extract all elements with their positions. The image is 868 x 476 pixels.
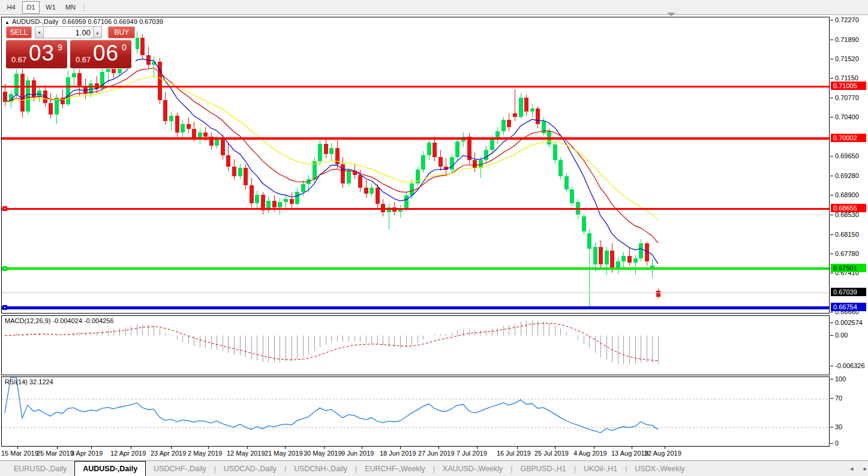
- sell-price-big-digits: 03: [29, 41, 55, 66]
- tab-scroll-right-icon[interactable]: ►: [863, 466, 868, 472]
- rsi-label: RSI(14) 32.1224: [5, 378, 53, 385]
- chart-tab-usdxweekly[interactable]: USDX-,Weekly: [627, 461, 692, 476]
- price-axis-label: 0.70770: [835, 94, 859, 102]
- date-axis-tick: [91, 447, 92, 449]
- chart-shift-marker-icon[interactable]: [667, 13, 675, 16]
- price-axis-tag: 0.71005: [831, 82, 866, 90]
- collapse-panel-icon[interactable]: ▲: [5, 20, 10, 25]
- price-axis-label: 0.70400: [835, 113, 859, 121]
- timeframe-toolbar: H4 D1 W1 MN: [0, 0, 868, 15]
- chart-tab-eurusddaily[interactable]: EURUSD-,Daily: [6, 461, 74, 476]
- chart-tab-usdcnhdaily[interactable]: USDCNH-,Daily: [286, 461, 355, 476]
- price-axis-tag: 0.68655: [831, 204, 866, 212]
- buy-price-box[interactable]: 0.67 06 0: [70, 40, 131, 68]
- price-axis-tick: [830, 78, 833, 79]
- chevron-down-icon: ▼: [37, 31, 41, 35]
- date-axis-tick: [594, 447, 594, 449]
- macd-indicator-pane: MACD(12,26,9) -0.004024 -0.004256: [1, 315, 830, 375]
- macd-axis-tick: [830, 323, 833, 323]
- date-axis-label: 21 May 2019: [265, 450, 303, 457]
- timeframe-button-h4[interactable]: H4: [2, 1, 20, 14]
- volume-decrease-button[interactable]: ▼: [35, 26, 44, 38]
- chart-tab-audusddaily[interactable]: AUDUSD-,Daily: [74, 461, 146, 476]
- price-axis-tick: [830, 195, 833, 195]
- chart-tab-gbpusdh1[interactable]: GBPUSD-,H1: [512, 461, 573, 476]
- date-axis-label: 22 Aug 2019: [644, 450, 681, 457]
- date-axis-tick: [131, 447, 131, 449]
- toolbar-separator: [84, 2, 85, 12]
- price-axis-label: 0.67780: [835, 250, 859, 258]
- rsi-indicator-pane: RSI(14) 32.1224: [1, 376, 830, 447]
- rsi-axis-label: 0: [835, 439, 839, 447]
- price-axis-label: 0.68900: [835, 191, 859, 199]
- date-axis-tick: [632, 447, 632, 449]
- date-axis-label: 12 Apr 2019: [110, 450, 146, 457]
- chart-ohlc-values: 0.66959 0.67106 0.66949 0.67039: [62, 18, 163, 25]
- price-axis-label: 0.68150: [835, 231, 859, 239]
- rsi-axis-tick: [830, 443, 833, 444]
- buy-price-big-digits: 06: [93, 41, 119, 66]
- macd-canvas[interactable]: [2, 316, 829, 375]
- buy-price-pipette: 0: [122, 43, 127, 52]
- chart-tab-usdcaddaily[interactable]: USDCAD-,Daily: [216, 461, 284, 476]
- chart-tab-ukoilh1[interactable]: UKOil-,H1: [576, 461, 625, 476]
- date-axis-label: 13 Aug 2019: [611, 450, 648, 457]
- date-axis-label: 12 May 2019: [227, 450, 265, 457]
- tab-scroll-left-icon[interactable]: ◄: [849, 466, 854, 472]
- sell-price-box[interactable]: 0.67 03 9: [6, 40, 67, 68]
- price-axis: 0.722700.718900.715200.711500.707700.704…: [830, 15, 868, 459]
- macd-axis-label: 0.002574: [835, 319, 863, 327]
- timeframe-button-d1[interactable]: D1: [22, 1, 40, 14]
- price-axis-tick: [830, 234, 833, 235]
- price-axis-label: 0.72270: [835, 16, 859, 24]
- buy-price-prefix: 0.67: [76, 55, 91, 64]
- price-axis-tag: 0.67039: [831, 288, 866, 296]
- date-axis-tick: [57, 447, 58, 449]
- date-axis-label: 9 Jun 2019: [341, 450, 374, 457]
- date-axis-label: 25 Mar 2019: [37, 450, 74, 457]
- price-axis-tick: [830, 20, 833, 20]
- rsi-axis-label: 30: [835, 423, 842, 431]
- timeframe-button-w1[interactable]: W1: [42, 1, 59, 14]
- date-axis-tick: [555, 447, 555, 449]
- price-axis-label: 0.69280: [835, 172, 859, 180]
- date-axis: 15 Mar 201925 Mar 20193 Apr 201912 Apr 2…: [0, 447, 830, 459]
- sell-price-pipette: 9: [58, 43, 62, 52]
- price-axis-label: 0.71890: [835, 36, 859, 44]
- sell-price-prefix: 0.67: [11, 55, 26, 64]
- date-axis-label: 18 Jun 2019: [380, 450, 416, 457]
- chart-tab-bar: EURUSD-,DailyAUDUSD-,DailyUSDCHF-,Daily|…: [0, 460, 868, 476]
- date-axis-label: 4 Aug 2019: [573, 450, 607, 457]
- price-axis-tick: [830, 273, 833, 273]
- price-axis-tick: [830, 215, 833, 215]
- chart-symbol-label: AUDUSD-,Daily: [12, 18, 59, 25]
- price-axis-tag: 0.66754: [831, 303, 866, 311]
- volume-increase-button[interactable]: ▲: [93, 26, 102, 38]
- date-axis-tick: [665, 447, 665, 449]
- volume-input[interactable]: [44, 26, 93, 38]
- chart-tab-xauusdweekly[interactable]: XAUUSD-,Weekly: [435, 461, 510, 476]
- rsi-canvas[interactable]: [2, 377, 829, 446]
- date-axis-label: 16 Jul 2019: [497, 450, 531, 457]
- price-axis-tick: [830, 98, 833, 98]
- chart-ohlc-header: ▲AUDUSD-,Daily 0.66959 0.67106 0.66949 0…: [5, 18, 163, 25]
- rsi-axis-tick: [830, 398, 833, 399]
- date-axis-tick: [208, 447, 209, 449]
- sell-button[interactable]: SELL: [6, 26, 32, 38]
- chart-tab-usdchfdaily[interactable]: USDCHF-,Daily: [146, 461, 214, 476]
- price-axis-label: 0.71520: [835, 55, 859, 63]
- date-axis-label: 15 Mar 2019: [1, 450, 38, 457]
- date-axis-label: 7 Jul 2019: [456, 450, 487, 457]
- price-axis-tick: [830, 176, 833, 176]
- price-axis-tick: [830, 156, 833, 156]
- rsi-axis-label: 70: [835, 394, 842, 402]
- date-axis-label: 30 May 2019: [304, 450, 342, 457]
- date-axis-tick: [477, 447, 477, 449]
- timeframe-button-mn[interactable]: MN: [62, 1, 79, 14]
- chart-tab-eurchfweekly[interactable]: EURCHF-,Weekly: [357, 461, 433, 476]
- trading-platform-window: H4 D1 W1 MN ▲AUDUSD-,Daily 0.66959 0.671…: [0, 0, 868, 476]
- rsi-axis-tick: [830, 379, 833, 379]
- tab-scroll-arrows: ◄ ►: [849, 461, 868, 476]
- price-axis-tag: 0.70002: [831, 134, 866, 142]
- buy-button[interactable]: BUY: [108, 26, 135, 38]
